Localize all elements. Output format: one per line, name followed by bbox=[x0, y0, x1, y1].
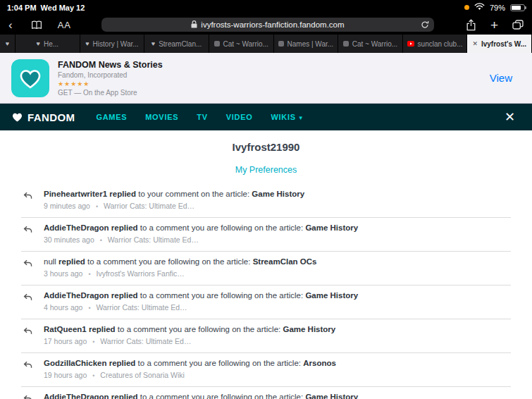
reader-text-size-button[interactable]: AA bbox=[58, 20, 71, 30]
notification-row[interactable]: RatQueen1 replied to a comment you are f… bbox=[21, 319, 511, 353]
browser-tab[interactable]: Cat ~ Warrio... bbox=[338, 35, 403, 53]
notification-wiki: Ivyfrost's Warriors Fanfic… bbox=[96, 269, 184, 278]
notification-user: AddieTheDragon bbox=[44, 291, 109, 300]
tab-title: StreamClan... bbox=[159, 40, 202, 48]
reply-icon bbox=[23, 326, 33, 339]
reply-icon bbox=[23, 190, 33, 204]
view-app-button[interactable]: View bbox=[490, 72, 521, 84]
fandom-favicon-icon: ♥ bbox=[85, 41, 89, 47]
youtube-favicon-icon bbox=[407, 40, 414, 48]
tab-title: He... bbox=[44, 40, 58, 48]
notification-article: Game History bbox=[305, 291, 358, 300]
notification-wiki: Warrior Cats: Ultimate Ed… bbox=[100, 337, 191, 345]
reload-icon[interactable] bbox=[421, 20, 429, 30]
ipad-safari-screen: 1:04 PM Wed May 12 79% ‹ AA bbox=[0, 0, 532, 399]
fandom-heart-icon bbox=[11, 111, 23, 123]
notification-time: 9 minutes ago bbox=[44, 202, 90, 210]
battery-percent: 79% bbox=[490, 4, 505, 12]
notification-row[interactable]: AddieTheDragon replied to a comment you … bbox=[21, 286, 511, 319]
tab-title: History | War... bbox=[93, 40, 139, 48]
notification-user: GodzillaChicken bbox=[44, 359, 106, 367]
notification-time: 19 hours ago bbox=[44, 371, 87, 379]
notification-row[interactable]: null replied to a comment you are follow… bbox=[21, 252, 511, 286]
notification-row[interactable]: GodzillaChicken replied to a comment you… bbox=[21, 353, 511, 387]
site-favicon-icon bbox=[214, 41, 220, 47]
nav-item-video[interactable]: VIDEO bbox=[226, 113, 253, 121]
notification-time: 3 hours ago bbox=[44, 269, 82, 278]
reply-icon bbox=[23, 292, 33, 305]
notification-wiki: Creatures of Sonaria Wiki bbox=[100, 371, 185, 379]
notification-list: Pineheartwriter1 replied to your comment… bbox=[0, 184, 532, 399]
status-bar: 1:04 PM Wed May 12 79% bbox=[0, 0, 532, 15]
safari-toolbar: ‹ AA ivyfrosts-warriors-fanfiction.fando… bbox=[0, 15, 532, 35]
app-store-tagline: GET — On the App Store bbox=[58, 89, 163, 97]
bookmarks-icon[interactable] bbox=[31, 20, 42, 30]
nav-item-games[interactable]: GAMES bbox=[96, 113, 127, 121]
new-tab-button[interactable]: + bbox=[490, 18, 498, 32]
notification-row[interactable]: AddieTheDragon replied to a comment you … bbox=[21, 387, 511, 399]
site-favicon-icon bbox=[278, 41, 284, 47]
tab-title: Ivyfrost's W... bbox=[481, 40, 526, 48]
notification-wiki: Warrior Cats: Ultimate Ed… bbox=[96, 303, 187, 312]
clock-date: Wed May 12 bbox=[41, 4, 85, 12]
notifications-page: Ivyfrost21990 My Preferences Pineheartwr… bbox=[0, 130, 532, 399]
browser-tab[interactable]: ♥ StreamClan... bbox=[144, 35, 209, 53]
tab-overview-icon[interactable] bbox=[512, 20, 524, 30]
tab-title: Names | War... bbox=[287, 40, 334, 48]
back-button-icon[interactable]: ‹ bbox=[8, 19, 13, 31]
tab-title: sunclan club... bbox=[418, 40, 463, 48]
fandom-logo[interactable]: FANDOM bbox=[11, 111, 75, 123]
close-tab-icon[interactable]: ✕ bbox=[472, 40, 478, 47]
notification-article: Game History bbox=[305, 393, 358, 399]
browser-tab[interactable]: Cat ~ Warrio... bbox=[209, 35, 274, 53]
notification-article: Game History bbox=[283, 325, 335, 333]
browser-tab[interactable]: Names | War... bbox=[274, 35, 339, 53]
app-rating-stars: ★★★★★ bbox=[58, 80, 163, 87]
app-name: FANDOM News & Stories bbox=[58, 60, 163, 70]
browser-tab[interactable]: ♥ bbox=[0, 35, 16, 53]
notification-time: 30 minutes ago bbox=[44, 235, 94, 244]
fandom-favicon-icon: ♥ bbox=[37, 41, 40, 47]
notification-user: AddieTheDragon bbox=[44, 393, 109, 399]
fandom-favicon-icon: ♥ bbox=[151, 41, 155, 47]
notification-article: Arsonos bbox=[303, 359, 336, 367]
fandom-app-icon bbox=[11, 59, 49, 97]
address-bar[interactable]: ivyfrosts-warriors-fanfiction.fandom.com bbox=[101, 18, 434, 32]
notification-article: Game History bbox=[252, 190, 304, 198]
battery-icon bbox=[510, 4, 525, 11]
reply-icon bbox=[23, 360, 33, 373]
browser-tab[interactable]: sunclan club... bbox=[403, 35, 468, 53]
share-icon[interactable] bbox=[466, 19, 476, 31]
reply-icon bbox=[23, 393, 33, 399]
tab-bar: ♥ ♥ He... ♥ History | War... ♥ StreamCla… bbox=[0, 35, 532, 53]
app-developer: Fandom, Incorporated bbox=[58, 71, 163, 79]
my-preferences-link[interactable]: My Preferences bbox=[0, 165, 532, 175]
notification-time: 4 hours ago bbox=[44, 303, 82, 312]
chevron-down-icon: ▼ bbox=[298, 115, 304, 121]
notification-row[interactable]: AddieTheDragon replied to a comment you … bbox=[21, 218, 511, 252]
nav-item-tv[interactable]: TV bbox=[197, 113, 207, 121]
notification-wiki: Warrior Cats: Ultimate Ed… bbox=[108, 235, 199, 244]
reply-icon bbox=[23, 258, 33, 271]
page-title: Ivyfrost21990 bbox=[0, 141, 532, 153]
notification-user: RatQueen1 bbox=[44, 325, 87, 333]
tab-title: Cat ~ Warrio... bbox=[352, 40, 397, 48]
smart-app-banner: FANDOM News & Stories Fandom, Incorporat… bbox=[0, 53, 532, 104]
nav-item-movies[interactable]: MOVIES bbox=[145, 113, 178, 121]
browser-tab[interactable]: ♥ History | War... bbox=[80, 35, 145, 53]
notification-row[interactable]: Pineheartwriter1 replied to your comment… bbox=[21, 184, 511, 218]
notification-wiki: Warrior Cats: Ultimate Ed… bbox=[104, 202, 194, 210]
notification-article: Game History bbox=[305, 223, 358, 232]
url-text: ivyfrosts-warriors-fanfiction.fandom.com bbox=[201, 20, 344, 29]
fandom-navbar: FANDOM GAMES MOVIES TV VIDEO WIKIS▼ ✕ bbox=[0, 104, 532, 130]
fandom-wordmark: FANDOM bbox=[27, 111, 75, 123]
browser-tab-active[interactable]: ✕ Ivyfrost's W... bbox=[467, 35, 532, 53]
nav-item-wikis[interactable]: WIKIS▼ bbox=[271, 113, 304, 121]
close-nav-icon[interactable]: ✕ bbox=[505, 109, 521, 125]
notification-user: Pineheartwriter1 bbox=[44, 190, 107, 198]
reply-icon bbox=[23, 224, 33, 238]
notification-article: StreamClan OCs bbox=[253, 257, 317, 266]
notification-user: null bbox=[44, 257, 56, 266]
fandom-favicon-icon: ♥ bbox=[6, 41, 9, 47]
browser-tab[interactable]: ♥ He... bbox=[16, 35, 80, 53]
